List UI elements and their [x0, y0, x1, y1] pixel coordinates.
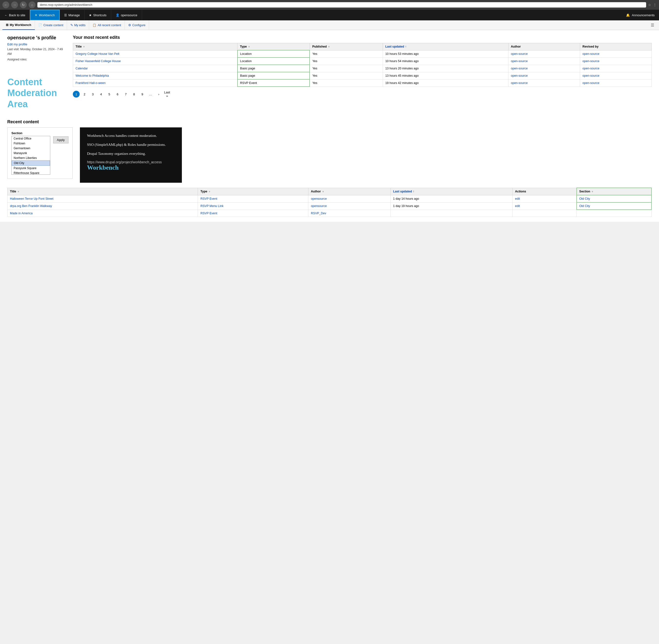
bt-row1-author-link[interactable]: opensource [311, 197, 327, 201]
nav-all-recent[interactable]: 📋 All recent content [89, 20, 125, 30]
topnav-back-to-site[interactable]: ← Back to site [0, 10, 30, 20]
topnav-workbench-label: Workbench [39, 13, 55, 17]
page-7-btn[interactable]: 7 [123, 91, 129, 97]
bt-row1-type-link[interactable]: RSVP Event [200, 197, 217, 201]
bt-row2-section-link[interactable]: Old City [579, 204, 590, 208]
bt-row2-author: opensource [308, 202, 391, 210]
bt-row3-author-link[interactable]: RSVP_Dev [311, 212, 326, 215]
row2-title-link[interactable]: Fisher Hassenfeld College House [75, 60, 121, 63]
nav-right-toggle[interactable]: ☰ [648, 23, 657, 27]
bt-row1-actions: edit [512, 195, 576, 202]
option-passyunk-square[interactable]: Passyunk Square [12, 166, 50, 170]
row5-title: Frankford Hall-o-ween [73, 79, 238, 87]
back-arrow-icon: ← [4, 13, 7, 17]
page-4-btn[interactable]: 4 [97, 91, 104, 97]
bt-row2-type-link[interactable]: RSVP Menu Link [200, 204, 223, 208]
page-3-btn[interactable]: 3 [89, 91, 96, 97]
row3-revised-link[interactable]: open-source [583, 67, 599, 70]
nav-my-edits-label: My edits [74, 24, 86, 27]
secondary-nav: ⊞ My Workbench 📄 Create content ✎ My edi… [0, 20, 659, 30]
topnav-user[interactable]: 👤 opensource [111, 10, 142, 20]
row5-revised: open-source [580, 79, 652, 87]
recent-content-section: Recent content Section Central Office Fi… [7, 119, 652, 217]
menu-icon[interactable]: ⋮ [653, 3, 657, 7]
option-fishtown[interactable]: Fishtown [12, 141, 50, 146]
row4-revised-link[interactable]: open-source [583, 74, 599, 77]
browser-url-bar[interactable]: demo.rsvp-system.org/admin/workbench [37, 2, 646, 7]
page-9-btn[interactable]: 9 [139, 91, 146, 97]
th-type[interactable]: Type ▿ [238, 43, 310, 50]
nav-my-workbench[interactable]: ⊞ My Workbench [2, 20, 35, 30]
option-rittenhouse-square[interactable]: Rittenhouse Square [12, 170, 50, 175]
row3-title-link[interactable]: Calendar [75, 67, 88, 70]
bt-row2-title-link[interactable]: drpa.org Ben Franklin Walkway [10, 204, 52, 208]
topnav-workbench[interactable]: ✕ Workbench [30, 10, 60, 20]
option-manayunk[interactable]: Manayunk [12, 151, 50, 156]
bt-row3-title-link[interactable]: Made in America [10, 212, 32, 215]
watermark-line2: Moderation [7, 88, 66, 99]
page-5-btn[interactable]: 5 [106, 91, 113, 97]
row1-revised: open-source [580, 50, 652, 58]
row2-revised-link[interactable]: open-source [583, 60, 599, 63]
option-northern-liberties[interactable]: Northern Liberties [12, 156, 50, 160]
manage-icon: ☰ [64, 13, 67, 17]
row4-author: open-source [508, 72, 580, 79]
browser-back-btn[interactable]: ← [2, 1, 9, 8]
row3-type: Basic page [238, 65, 310, 72]
bt-th-author[interactable]: Author ▿ [308, 188, 391, 195]
topnav-announcements[interactable]: 🔔 Announcements [622, 10, 659, 20]
row1-author-link[interactable]: open-source [511, 52, 528, 55]
browser-refresh-btn[interactable]: ↻ [20, 1, 27, 8]
edit-profile-link[interactable]: Edit my profile [7, 43, 27, 46]
page-next-btn[interactable]: › [155, 91, 162, 97]
admin-topnav: ← Back to site ✕ Workbench ☰ Manage ★ Sh… [0, 10, 659, 20]
row5-author-link[interactable]: open-source [511, 81, 528, 85]
row1-revised-link[interactable]: open-source [583, 52, 599, 55]
nav-configure[interactable]: ⚙ Configure [125, 20, 149, 30]
row4-author-link[interactable]: open-source [511, 74, 528, 77]
row5-title-link[interactable]: Frankford Hall-o-ween [75, 81, 106, 85]
row3-author-link[interactable]: open-source [511, 67, 528, 70]
apply-button[interactable]: Apply [53, 136, 68, 143]
row2-author: open-source [508, 58, 580, 65]
row2-title: Fisher Hassenfeld College House [73, 58, 238, 65]
page-last-btn[interactable]: Last » [164, 91, 171, 97]
page-1-btn[interactable]: 1 [73, 91, 80, 97]
bt-row1-edit-link[interactable]: edit [515, 197, 520, 201]
bt-row1-title-link[interactable]: Halloween Terror Up Font Street [10, 197, 53, 201]
row4-title-link[interactable]: Welcome to Philadelphia [75, 74, 109, 77]
browser-home-btn[interactable]: ⌂ [29, 1, 36, 8]
page-2-btn[interactable]: 2 [81, 91, 88, 97]
bt-th-last-updated[interactable]: Last updated ↑ [391, 188, 512, 195]
option-central-office[interactable]: Central Office [12, 136, 50, 141]
topnav-shortcuts[interactable]: ★ Shortcuts [85, 10, 111, 20]
row2-last-updated: 10 hours 54 minutes ago [383, 58, 508, 65]
nav-configure-label: Configure [132, 24, 146, 27]
bt-th-title[interactable]: Title ▿ [7, 188, 198, 195]
nav-my-edits[interactable]: ✎ My edits [67, 20, 89, 30]
browser-icons: ☆ ⋮ [648, 3, 657, 7]
page-6-btn[interactable]: 6 [114, 91, 121, 97]
topnav-manage[interactable]: ☰ Manage [60, 10, 85, 20]
option-old-city[interactable]: Old City [12, 160, 50, 166]
bt-row1-section-link[interactable]: Old City [579, 197, 590, 201]
row4-title: Welcome to Philadelphia [73, 72, 238, 79]
bt-row2-author-link[interactable]: opensource [311, 204, 327, 208]
option-germantown[interactable]: Germantown [12, 146, 50, 151]
bt-th-type[interactable]: Type ▿ [198, 188, 308, 195]
th-published[interactable]: Published ▿ [310, 43, 383, 50]
section-listbox[interactable]: Central Office Fishtown Germantown Manay… [12, 136, 50, 175]
th-title[interactable]: Title ▿ [73, 43, 238, 50]
row2-author-link[interactable]: open-source [511, 60, 528, 63]
nav-create-content[interactable]: 📄 Create content [35, 20, 67, 30]
page-8-btn[interactable]: 8 [131, 91, 137, 97]
star-icon[interactable]: ☆ [648, 3, 651, 7]
bt-row2-edit-link[interactable]: edit [515, 204, 520, 208]
browser-forward-btn[interactable]: → [11, 1, 18, 8]
bt-row3-type-link[interactable]: RSVP Event [200, 212, 217, 215]
row5-revised-link[interactable]: open-source [583, 81, 599, 85]
table-row: Gregory College House Van Pelt Location … [73, 50, 652, 58]
bt-th-section[interactable]: Section ▿ [577, 188, 652, 195]
th-last-updated[interactable]: Last updated ↑ [383, 43, 508, 50]
row1-title-link[interactable]: Gregory College House Van Pelt [75, 52, 119, 55]
